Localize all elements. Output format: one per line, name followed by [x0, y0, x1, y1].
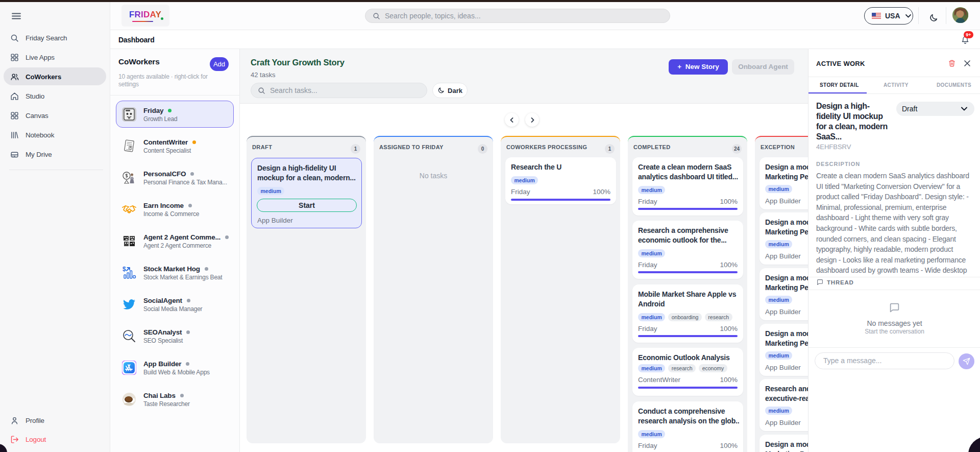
svg-text:$: $: [122, 266, 126, 273]
